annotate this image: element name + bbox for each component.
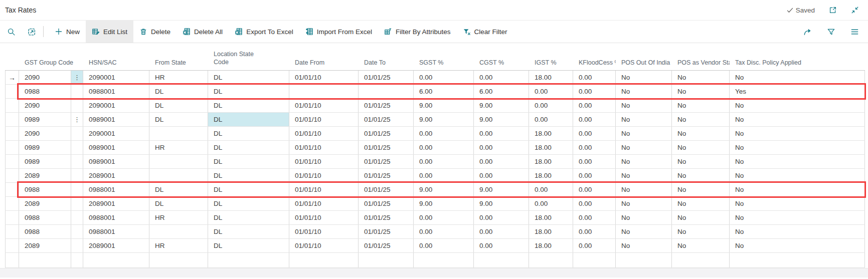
cell-location-state-code[interactable]: DL [208,71,289,84]
row-indicator-cell[interactable]: → [5,71,19,84]
action-delete-button[interactable]: Delete [133,21,177,43]
cell-igst[interactable] [529,253,573,267]
cell-cgst[interactable]: 0.00 [474,127,529,140]
cell-date-to[interactable]: 01/01/25 [359,71,414,84]
cell-pos-out-of-india[interactable]: No [616,183,672,196]
cell-kfloodcess[interactable]: 0.00 [573,155,616,168]
cell-igst[interactable]: 18.00 [529,239,573,252]
cell-cgst[interactable]: 0.00 [474,211,529,224]
cell-igst[interactable]: 0.00 [529,197,573,210]
share-icon[interactable] [803,28,812,36]
cell-kfloodcess[interactable]: 0.00 [573,99,616,112]
cell-hsn-sac[interactable]: 2089001 [83,197,149,210]
cell-hsn-sac[interactable]: 2090001 [83,127,149,140]
cell-location-state-code[interactable]: DL [208,141,289,154]
cell-cgst[interactable]: 0.00 [474,225,529,238]
cell-from-state[interactable] [149,253,208,267]
cell-kfloodcess[interactable]: 0.00 [573,197,616,210]
cell-pos-as-vendor-state[interactable]: No [672,141,730,154]
cell-kfloodcess[interactable]: 0.00 [573,71,616,84]
cell-from-state[interactable] [149,169,208,182]
cell-igst[interactable]: 18.00 [529,141,573,154]
cell-pos-as-vendor-state[interactable]: No [672,225,730,238]
column-header-tax-disc-policy-applied[interactable]: Tax Disc. Policy Applied [730,59,865,70]
cell-pos-as-vendor-state[interactable]: No [672,211,730,224]
cell-from-state[interactable] [149,155,208,168]
cell-kfloodcess[interactable]: 0.00 [573,141,616,154]
cell-date-from[interactable]: 01/01/10 [289,197,359,210]
row-indicator-cell[interactable] [5,99,19,112]
cell-kfloodcess[interactable]: 0.00 [573,211,616,224]
cell-cgst[interactable]: 0.00 [474,71,529,84]
cell-sgst[interactable]: 0.00 [414,141,474,154]
cell-sgst[interactable]: 0.00 [414,169,474,182]
row-indicator-cell[interactable] [5,155,19,168]
column-header-date-from[interactable]: Date From [289,59,359,70]
cell-from-state[interactable]: HR [149,141,208,154]
cell-gst-group-code[interactable]: 0988 [19,211,71,224]
cell-pos-out-of-india[interactable]: No [616,239,672,252]
cell-sgst[interactable]: 0.00 [414,155,474,168]
cell-igst[interactable]: 18.00 [529,225,573,238]
cell-kfloodcess[interactable]: 0.00 [573,85,616,98]
cell-date-from[interactable]: 01/01/10 [289,71,359,84]
cell-from-state[interactable]: DL [149,85,208,98]
cell-tax-disc-policy-applied[interactable]: No [730,127,865,140]
action-delete-all-button[interactable]: Delete All [177,21,229,43]
cell-igst[interactable]: 0.00 [529,113,573,126]
cell-pos-as-vendor-state[interactable]: No [672,127,730,140]
action-edit-list-button[interactable]: Edit List [86,21,133,43]
cell-tax-disc-policy-applied[interactable] [730,253,865,267]
cell-date-from[interactable]: 01/01/10 [289,127,359,140]
row-indicator-cell[interactable] [5,197,19,210]
cell-gst-group-code[interactable]: 0989 [19,141,71,154]
cell-date-to[interactable] [359,85,414,98]
cell-sgst[interactable]: 9.00 [414,99,474,112]
row-indicator-cell[interactable] [5,127,19,140]
popout-icon[interactable] [829,6,837,14]
cell-hsn-sac[interactable]: 0988001 [83,211,149,224]
cell-igst[interactable]: 18.00 [529,71,573,84]
row-indicator-cell[interactable] [5,113,19,126]
cell-pos-as-vendor-state[interactable]: No [672,99,730,112]
cell-igst[interactable]: 18.00 [529,127,573,140]
cell-igst[interactable]: 0.00 [529,99,573,112]
cell-hsn-sac[interactable]: 0989001 [83,155,149,168]
cell-pos-as-vendor-state[interactable]: No [672,85,730,98]
cell-gst-group-code[interactable] [19,253,71,267]
column-header-location-state-code[interactable]: Location State Code [208,50,261,71]
cell-sgst[interactable]: 9.00 [414,183,474,196]
cell-location-state-code[interactable]: DL [208,197,289,210]
row-menu-button[interactable]: ⋮ [71,113,83,126]
cell-cgst[interactable]: 6.00 [474,85,529,98]
cell-pos-out-of-india[interactable]: No [616,211,672,224]
cell-gst-group-code[interactable]: 2089 [19,169,71,182]
cell-sgst[interactable]: 9.00 [414,197,474,210]
cell-hsn-sac[interactable]: 2090001 [83,71,149,84]
cell-pos-as-vendor-state[interactable]: No [672,183,730,196]
cell-gst-group-code[interactable]: 0988 [19,225,71,238]
cell-pos-as-vendor-state[interactable]: No [672,155,730,168]
cell-cgst[interactable]: 9.00 [474,113,529,126]
cell-from-state[interactable]: DL [149,197,208,210]
cell-date-from[interactable]: 01/01/10 [289,183,359,196]
cell-kfloodcess[interactable]: 0.00 [573,183,616,196]
cell-igst[interactable]: 0.00 [529,85,573,98]
cell-from-state[interactable] [149,127,208,140]
cell-from-state[interactable] [149,225,208,238]
cell-pos-out-of-india[interactable]: No [616,85,672,98]
cell-sgst[interactable]: 0.00 [414,239,474,252]
cell-tax-disc-policy-applied[interactable]: No [730,197,865,210]
cell-date-from[interactable]: 01/01/10 [289,169,359,182]
cell-date-to[interactable]: 01/01/25 [359,183,414,196]
search-icon[interactable] [7,28,16,36]
cell-pos-out-of-india[interactable]: No [616,141,672,154]
cell-sgst[interactable]: 0.00 [414,71,474,84]
cell-location-state-code[interactable]: DL [208,99,289,112]
column-header-kfloodcess[interactable]: KFloodCess % [573,59,616,70]
cell-cgst[interactable]: 9.00 [474,99,529,112]
row-indicator-cell[interactable] [5,239,19,252]
cell-pos-out-of-india[interactable]: No [616,155,672,168]
cell-gst-group-code[interactable]: 0989 [19,113,71,126]
cell-cgst[interactable] [474,253,529,267]
